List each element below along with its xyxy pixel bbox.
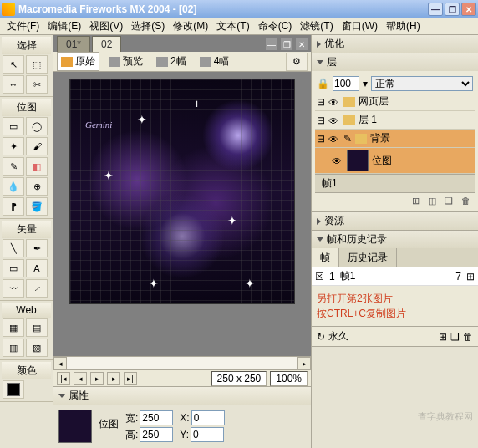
- scale-tool[interactable]: ↔: [3, 75, 24, 94]
- view-original[interactable]: 原始: [57, 52, 99, 71]
- opacity-arrow-icon[interactable]: ▾: [363, 78, 368, 89]
- eraser-tool[interactable]: ◧: [26, 157, 48, 176]
- layer-row-bitmap[interactable]: 👁位图: [315, 148, 475, 174]
- view-4up[interactable]: 4幅: [196, 52, 234, 71]
- blend-mode-select[interactable]: 正常: [371, 76, 473, 91]
- pencil-tool[interactable]: ✎: [3, 157, 24, 176]
- text-tool[interactable]: A: [26, 259, 48, 277]
- tab-history[interactable]: 历史记录: [339, 248, 397, 267]
- new-layer-icon[interactable]: ❏: [443, 195, 455, 206]
- close-button[interactable]: ✕: [461, 3, 476, 16]
- frame-row[interactable]: ☒ 1 帧1 7 ⊞: [312, 267, 478, 286]
- export-wizard-icon[interactable]: ⚙: [286, 53, 308, 71]
- pen-tool[interactable]: ✒: [26, 239, 48, 257]
- scroll-left-button[interactable]: ◂: [53, 357, 67, 370]
- freeform-tool[interactable]: 〰: [3, 279, 24, 298]
- layer-row-1[interactable]: ⊟👁层 1: [315, 111, 475, 130]
- distribute-icon[interactable]: ⊞: [409, 195, 421, 206]
- stroke-swatch[interactable]: [3, 380, 24, 399]
- new-frame-icon[interactable]: ❏: [450, 331, 460, 343]
- hotspot-tool[interactable]: ▦: [3, 318, 24, 337]
- brush-tool[interactable]: 🖌: [26, 137, 48, 155]
- menu-edit[interactable]: 编辑(E): [44, 18, 84, 35]
- onion-icon[interactable]: ☒: [315, 271, 324, 283]
- pointer-tool[interactable]: ↖: [3, 55, 24, 74]
- slice-tool[interactable]: ▤: [26, 318, 48, 337]
- doc-tab-01[interactable]: 01*: [57, 36, 90, 52]
- frame-last-button[interactable]: ▸|: [124, 372, 137, 385]
- visibility-icon[interactable]: 👁: [332, 155, 343, 165]
- new-mask-icon[interactable]: ◫: [426, 195, 438, 206]
- expand-toggle[interactable]: ⊟: [317, 115, 325, 126]
- loop-icon[interactable]: ↻: [317, 331, 325, 343]
- opacity-input[interactable]: [333, 76, 359, 91]
- delete-layer-icon[interactable]: 🗑: [460, 195, 471, 206]
- frame-play-button[interactable]: ▸: [90, 372, 104, 385]
- height-input[interactable]: [140, 427, 173, 442]
- y-input[interactable]: [191, 427, 224, 442]
- wand-tool[interactable]: ✦: [3, 137, 24, 155]
- menu-help[interactable]: 帮助(H): [383, 18, 424, 35]
- visibility-icon[interactable]: 👁: [328, 97, 340, 107]
- minimize-button[interactable]: —: [428, 3, 443, 16]
- visibility-icon[interactable]: 👁: [328, 134, 340, 144]
- doc-tab-02[interactable]: 02: [92, 36, 121, 52]
- view-preview[interactable]: 预览: [104, 52, 147, 71]
- menu-file[interactable]: 文件(F): [3, 18, 43, 35]
- annotation-line1: 另打开第2张图片: [317, 291, 473, 306]
- menu-commands[interactable]: 命令(C): [255, 18, 296, 35]
- layers-panel-header[interactable]: 层: [312, 53, 478, 71]
- menu-text[interactable]: 文本(T): [213, 18, 252, 35]
- view-2up[interactable]: 2幅: [152, 52, 191, 71]
- menu-select[interactable]: 选择(S): [128, 18, 168, 35]
- zoom-display[interactable]: 100%: [270, 371, 308, 386]
- marquee-tool[interactable]: ▭: [3, 117, 24, 135]
- canvas[interactable]: Gemini ✦ ✦ ✦ ✦ ✦ +: [69, 79, 295, 304]
- bucket-tool[interactable]: 🪣: [26, 197, 48, 216]
- knife-tool[interactable]: ⟋: [26, 279, 48, 298]
- expand-toggle[interactable]: ⊟: [317, 133, 325, 145]
- lasso-tool[interactable]: ◯: [26, 117, 48, 135]
- tab-frames[interactable]: 帧: [312, 248, 339, 267]
- expand-toggle[interactable]: ⊟: [317, 96, 325, 108]
- frame-first-button[interactable]: |◂: [57, 372, 70, 385]
- distribute-frames-icon[interactable]: ⊞: [439, 331, 447, 343]
- properties-header[interactable]: 属性: [53, 387, 311, 405]
- layer-thumbnail: [347, 150, 369, 171]
- crop-tool[interactable]: ✂: [26, 75, 48, 94]
- hide-slices-tool[interactable]: ▥: [3, 339, 24, 357]
- visibility-icon[interactable]: 👁: [328, 115, 340, 125]
- frame-options-icon[interactable]: ⊞: [466, 271, 475, 283]
- menu-filters[interactable]: 滤镜(T): [297, 18, 336, 35]
- optimize-panel-header[interactable]: 优化: [312, 35, 478, 53]
- width-input[interactable]: [140, 410, 173, 425]
- menu-view[interactable]: 视图(V): [86, 18, 126, 35]
- doc-min-icon[interactable]: —: [266, 38, 277, 50]
- frames-panel-header[interactable]: 帧和历史记录: [312, 231, 478, 248]
- scroll-right-button[interactable]: ▸: [297, 357, 311, 370]
- doc-close-icon[interactable]: ✕: [296, 38, 308, 50]
- x-input[interactable]: [191, 410, 225, 425]
- collapse-icon: [317, 60, 323, 64]
- maximize-button[interactable]: ❐: [445, 3, 460, 16]
- blur-tool[interactable]: 💧: [3, 177, 24, 196]
- eyedropper-tool[interactable]: ⁋: [3, 197, 24, 216]
- frame-indicator[interactable]: 帧1: [322, 176, 338, 191]
- rect-tool[interactable]: ▭: [3, 259, 24, 277]
- subselect-tool[interactable]: ⬚: [26, 55, 48, 74]
- layer-row-bg[interactable]: ⊟👁✎背景: [315, 130, 475, 148]
- h-scrollbar[interactable]: ◂ ▸: [53, 356, 311, 369]
- layer-row-web[interactable]: ⊟👁网页层: [315, 93, 475, 111]
- show-slices-tool[interactable]: ▧: [26, 339, 48, 357]
- assets-panel-header[interactable]: 资源: [312, 212, 478, 230]
- lock-icon[interactable]: 🔒: [317, 78, 329, 89]
- line-tool[interactable]: ╲: [3, 239, 24, 257]
- doc-max-icon[interactable]: ❐: [281, 38, 292, 50]
- stamp-tool[interactable]: ⊕: [26, 177, 48, 196]
- menu-modify[interactable]: 修改(M): [170, 18, 211, 35]
- frame-next-button[interactable]: ▸: [107, 372, 120, 385]
- frame-prev-button[interactable]: ◂: [74, 372, 87, 385]
- edit-icon[interactable]: ✎: [343, 133, 352, 145]
- delete-frame-icon[interactable]: 🗑: [463, 331, 473, 343]
- menu-window[interactable]: 窗口(W): [338, 18, 381, 35]
